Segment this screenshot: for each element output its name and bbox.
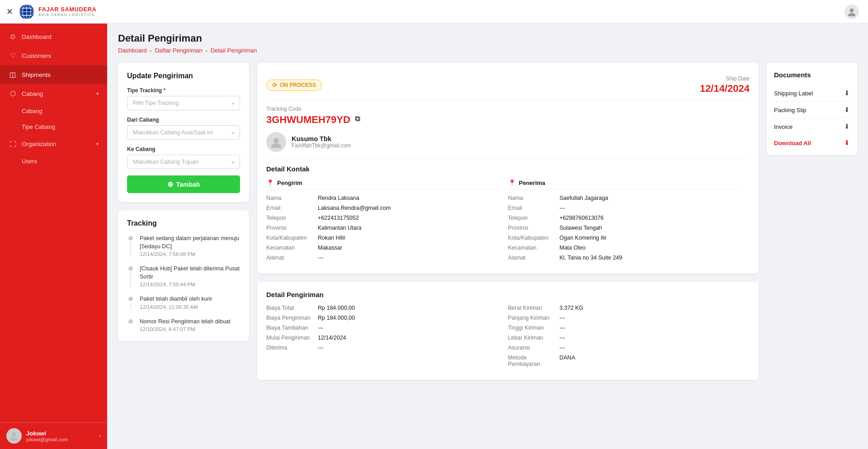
pengirim-nama-row: Nama Rendra Laksana [266,195,497,201]
update-pengiriman-card: Update Pengiriman Tipe Tracking * Pilih … [118,63,249,202]
sidebar-item-cabang[interactable]: ⬡ Cabang ▾ [0,84,107,103]
pengirim-col: 📍 Pengirim Nama Rendra Laksana Email Lak… [266,179,508,265]
info-key: Kecamatan [266,245,316,251]
cabang-icon: ⬡ [8,90,17,98]
topbar-user-icon[interactable] [844,5,859,19]
download-icon[interactable]: ⬇ [844,123,850,131]
detail-pengiriman-title: Detail Pengiriman [266,291,750,298]
info-key: Tinggi Kiriman [508,325,558,331]
info-key: Provinsi [508,225,558,231]
info-key: Email [266,205,316,211]
info-val: Ogan Komering Ilir [560,235,739,241]
tipe-tracking-select[interactable]: Pilih Tipe Tracking [127,96,240,110]
document-item: Invoice ⬇ [774,118,850,135]
pengiriman-left-col: Biaya Total Rp 184.000,00 Biaya Pengirim… [266,305,508,371]
download-icon[interactable]: ⬇ [844,89,850,97]
info-val: 12/14/2024 [318,335,508,341]
panjang-row: Panjang Kiriman --- [508,315,750,321]
right-panel: Documents Shipping Label ⬇ Packing Slip … [767,63,857,155]
customer-avatar-icon [270,136,282,148]
info-val: --- [560,345,750,351]
download-all-row: Download All ⬇ [774,135,850,147]
breadcrumb-daftar[interactable]: Daftar Pengiriman [155,47,203,54]
customer-info: Kusumo Tbk FaAfifahTbk@gmail.com [292,135,351,149]
chevron-down-icon: ▾ [96,91,99,97]
tracking-content: Nomor Resi Pengiriman telah dibuat 12/10… [140,318,231,332]
download-all-icon[interactable]: ⬇ [844,139,850,147]
sidebar-item-dashboard[interactable]: ⊙ Dashboard [0,27,107,46]
sidebar-item-shipments[interactable]: ◫ Shipments [0,65,107,84]
breadcrumb-current: Detail Pengiriman [211,47,257,54]
info-key: Asuransi [508,345,558,351]
sidebar-sub-item-label: Users [22,158,37,165]
customer-row: Kusumo Tbk FaAfifahTbk@gmail.com [266,126,750,159]
sidebar-sub-item-users[interactable]: Users [0,153,107,169]
detail-kontak-section: Detail Kontak 📍 Pengirim Nama Ren [266,165,750,265]
copy-icon[interactable]: ⧉ [355,115,365,125]
download-icon[interactable]: ⬇ [844,106,850,114]
sidebar-footer-user[interactable]: Jokowi jokowi@gmail.com › [0,422,107,449]
penerima-email-row: Email --- [508,205,739,211]
breadcrumb-sep-1: » [150,48,152,53]
tracking-dot-col [127,318,134,332]
breadcrumb: Dashboard » Daftar Pengiriman » Detail P… [118,47,857,54]
sidebar-sub-item-tipe-cabang[interactable]: Tipe Cabang [0,119,107,135]
download-all-label[interactable]: Download All [774,140,811,147]
info-val: --- [560,325,750,331]
info-val: Kl. Tania no 34 Suite 249 [560,255,739,261]
info-val: Makassar [318,245,497,251]
tracking-code-value: 3GHWUMEH79YD ⧉ [266,114,750,126]
tambah-button[interactable]: ⊕ Tambah [127,175,240,193]
sidebar-item-label: Customers [22,52,99,59]
user-icon [847,7,856,16]
documents-list: Shipping Label ⬇ Packing Slip ⬇ Invoice … [774,85,850,135]
biaya-tambahan-row: Biaya Tambahan --- [266,325,508,331]
info-val: 3.372 KG [560,305,750,311]
tipe-tracking-group: Tipe Tracking * Pilih Tipe Tracking [127,87,240,110]
sidebar-footer-name: Jokowi [26,430,94,437]
breadcrumb-dashboard[interactable]: Dashboard [118,47,147,54]
pengiriman-right-col: Berat Kiriman 3.372 KG Panjang Kiriman -… [508,305,750,371]
location-pin-icon: 📍 [266,179,274,186]
tracking-card: Tracking Paket sedang dalam perjalanan m… [118,210,249,341]
dari-cabang-select[interactable]: Masukkan Cabang Asal/Saat ini [127,125,240,140]
sidebar-sub-item-cabang[interactable]: Cabang [0,103,107,119]
location-pin-red-icon: 📍 [508,179,516,186]
tracking-dot-col [127,265,134,287]
berat-row: Berat Kiriman 3.372 KG [508,305,750,311]
sidebar-footer-info: Jokowi jokowi@gmail.com [26,430,94,442]
required-star: * [163,87,165,94]
organization-icon: ⛶ [8,140,17,148]
tracking-desc: Nomor Resi Pengiriman telah dibuat [140,318,231,326]
penerima-col: 📍 Penerima Nama Saefullah Jagaraga Email [508,179,750,265]
dari-cabang-group: Dari Cabang Masukkan Cabang Asal/Saat in… [127,117,240,140]
info-key: Biaya Total [266,305,316,311]
chevron-right-icon: › [99,433,101,439]
svg-point-7 [850,8,854,12]
asuransi-row: Asuransi --- [508,345,750,351]
info-key: Mulai Pengiriman [266,335,316,341]
sidebar-nav: ⊙ Dashboard ♡ Customers ◫ Shipments ⬡ Ca… [0,24,107,422]
breadcrumb-sep-2: » [205,48,208,53]
tracking-time: 12/14/2024, 11:00:35 AM [140,304,212,310]
document-item: Packing Slip ⬇ [774,102,850,118]
ke-cabang-select[interactable]: Masukkan Cabang Tujuan [127,155,240,169]
tinggi-row: Tinggi Kiriman --- [508,325,750,331]
sidebar-item-organization[interactable]: ⛶ Organization ▾ [0,135,107,153]
avatar [266,132,286,152]
document-name: Invoice [774,123,793,130]
tracking-dot-col [127,295,134,310]
info-val: Kalimantan Utara [318,225,497,231]
sidebar-item-label: Cabang [22,90,92,97]
info-val: Sulawesi Tengah [560,225,739,231]
sidebar-sub-item-label: Tipe Cabang [22,123,55,130]
info-val: Rp 184.000,00 [318,315,508,321]
sidebar-item-customers[interactable]: ♡ Customers [0,46,107,65]
plus-icon: ⊕ [167,180,173,189]
ship-date-label: Ship Date [700,76,750,82]
sidebar-item-label: Organization [22,141,92,147]
tracking-content: [Cisauk Hub] Paket telah diterima Pusat … [140,265,240,287]
sidebar-close-button[interactable]: ✕ [6,7,13,17]
diterima-row: Diterima --- [266,345,508,351]
biaya-total-row: Biaya Total Rp 184.000,00 [266,305,508,311]
